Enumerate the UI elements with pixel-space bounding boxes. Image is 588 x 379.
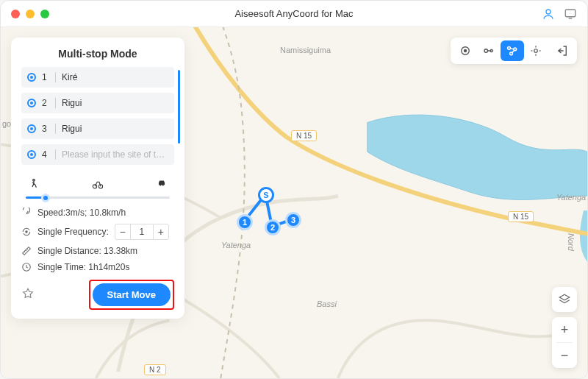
svg-point-5 bbox=[26, 231, 27, 233]
road-badge: N 15 bbox=[291, 130, 317, 141]
mode-toolbar bbox=[451, 38, 577, 64]
svg-point-0 bbox=[546, 10, 551, 14]
favorite-icon[interactable] bbox=[21, 287, 35, 302]
ruler-icon bbox=[21, 246, 32, 256]
repeat-icon bbox=[21, 227, 32, 237]
route-start-node[interactable]: S bbox=[258, 187, 274, 203]
time-stat: Single Time: 1h14m20s bbox=[21, 262, 174, 272]
radio-icon bbox=[27, 99, 36, 107]
zoom-in-button[interactable]: + bbox=[552, 317, 577, 342]
radio-icon bbox=[27, 124, 36, 133]
frequency-stat: Single Frequency: − 1 + bbox=[21, 224, 174, 240]
road-badge: N 2 bbox=[144, 364, 166, 375]
panel-title: Multi-stop Mode bbox=[21, 48, 174, 60]
frequency-increase[interactable]: + bbox=[153, 224, 169, 240]
zoom-controls: + − bbox=[552, 317, 577, 368]
stop-number: 4 bbox=[42, 149, 49, 160]
svg-point-3 bbox=[93, 185, 96, 188]
svg-point-14 bbox=[534, 49, 538, 53]
mode-car-icon[interactable] bbox=[154, 178, 170, 192]
map-layers-button[interactable] bbox=[552, 287, 577, 312]
minimize-window[interactable] bbox=[26, 10, 35, 18]
radio-icon bbox=[27, 150, 36, 159]
svg-point-11 bbox=[508, 46, 511, 49]
road-badge: N 15 bbox=[508, 211, 534, 222]
start-move-highlight: Start Move bbox=[89, 280, 174, 310]
stop-number: 2 bbox=[42, 98, 49, 108]
distance-stat: Single Distance: 13.38km bbox=[21, 246, 174, 256]
zoom-window[interactable] bbox=[40, 10, 49, 18]
stop-number: 3 bbox=[42, 124, 49, 134]
svg-rect-1 bbox=[565, 10, 576, 17]
speed-slider[interactable] bbox=[26, 196, 170, 199]
zoom-out-button[interactable]: − bbox=[552, 343, 577, 368]
account-icon[interactable] bbox=[542, 7, 555, 21]
stop-name: Rigui bbox=[62, 124, 168, 134]
route-node-1[interactable]: 1 bbox=[237, 214, 253, 230]
route-node-3[interactable]: 3 bbox=[285, 212, 301, 228]
window-title: Aiseesoft AnyCoord for Mac bbox=[1, 8, 587, 19]
svg-point-9 bbox=[484, 49, 488, 53]
svg-point-10 bbox=[490, 50, 492, 52]
radio-icon bbox=[27, 73, 36, 82]
clock-icon bbox=[21, 262, 32, 272]
tool-one-stop-icon[interactable] bbox=[477, 40, 501, 61]
mode-bike-icon[interactable] bbox=[90, 178, 106, 192]
stop-row[interactable]: 1 Kiré bbox=[21, 67, 174, 88]
close-window[interactable] bbox=[11, 10, 20, 18]
tool-exit-icon[interactable] bbox=[551, 40, 574, 61]
stop-input-row[interactable]: 4 Please input the site of this pat bbox=[21, 144, 174, 165]
feedback-icon[interactable] bbox=[564, 7, 577, 21]
tool-multi-stop-icon[interactable] bbox=[501, 40, 524, 61]
stop-name: Rigui bbox=[62, 98, 168, 108]
svg-point-2 bbox=[33, 179, 35, 181]
speed-stat: Speed:3m/s; 10.8km/h bbox=[21, 208, 174, 218]
scroll-indicator[interactable] bbox=[178, 70, 180, 144]
stop-number: 1 bbox=[42, 72, 49, 82]
tool-joystick-icon[interactable] bbox=[524, 40, 548, 61]
multi-stop-panel: Multi-stop Mode 1 Kiré 2 Rigui 3 bbox=[11, 38, 184, 319]
gauge-icon bbox=[21, 208, 32, 218]
stop-input-placeholder[interactable]: Please input the site of this pat bbox=[62, 149, 168, 160]
stop-row[interactable]: 3 Rigui bbox=[21, 118, 174, 139]
stop-row[interactable]: 2 Rigui bbox=[21, 93, 174, 113]
mode-walk-icon[interactable] bbox=[26, 178, 42, 192]
svg-point-8 bbox=[465, 50, 467, 52]
stop-name: Kiré bbox=[62, 72, 168, 82]
svg-point-4 bbox=[98, 185, 102, 188]
start-move-button[interactable]: Start Move bbox=[93, 283, 171, 306]
frequency-value: 1 bbox=[131, 224, 153, 240]
route-node-2[interactable]: 2 bbox=[265, 219, 281, 235]
tool-modify-location-icon[interactable] bbox=[453, 40, 477, 61]
frequency-decrease[interactable]: − bbox=[115, 224, 131, 240]
